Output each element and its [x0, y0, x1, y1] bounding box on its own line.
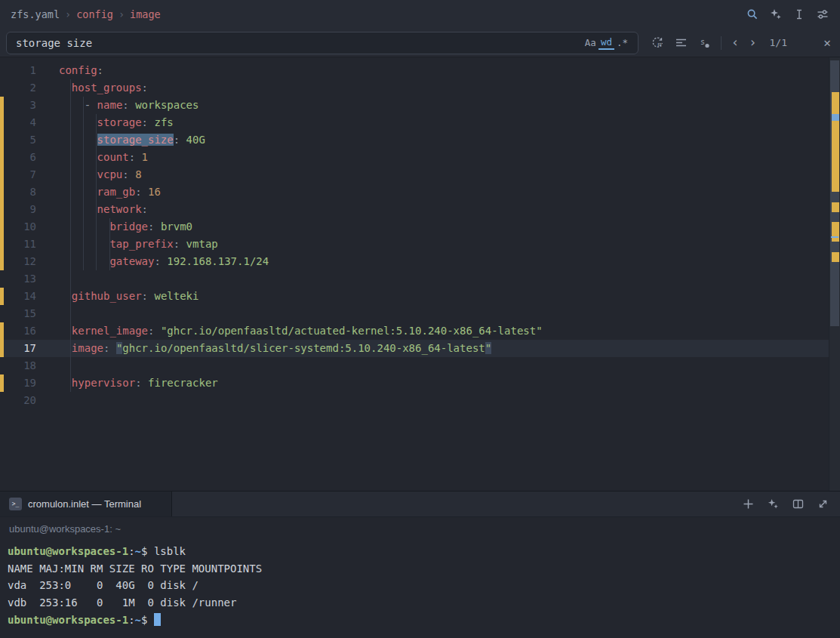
git-modified-marker [0, 322, 4, 340]
indent-guide [83, 97, 84, 114]
git-modified-marker [0, 340, 4, 357]
code-line-6[interactable]: 6 count: 1 [0, 149, 840, 166]
line-number: 20 [0, 392, 36, 409]
code-text: count: 1 [59, 149, 148, 166]
indent-guide [70, 270, 71, 288]
code-line-19[interactable]: 19 hypervisor: firecracker [0, 374, 840, 392]
git-modified-marker [0, 183, 4, 201]
terminal-sparkle-icon[interactable] [766, 498, 780, 511]
next-match-button[interactable]: › [749, 36, 756, 49]
search-icon[interactable] [746, 8, 759, 21]
code-line-13[interactable]: 13 [0, 270, 840, 288]
code-editor[interactable]: 1config:2 host_groups:3 - name: workspac… [0, 57, 840, 491]
line-number: 5 [0, 131, 36, 149]
regex-toggle[interactable]: .* [614, 36, 630, 49]
substitution-icon[interactable]: s [697, 36, 711, 50]
scrollbar-git-marker [832, 92, 839, 192]
line-number: 4 [0, 114, 36, 131]
indent-guide [83, 131, 84, 149]
indent-guide [96, 149, 97, 166]
line-number: 12 [0, 253, 36, 270]
divider [721, 36, 722, 50]
code-line-1[interactable]: 1config: [0, 62, 840, 79]
breadcrumb-symbol-image: image [130, 8, 161, 20]
whole-word-toggle[interactable]: wd [598, 35, 614, 50]
code-line-7[interactable]: 7 vcpu: 8 [0, 166, 840, 183]
code-line-16[interactable]: 16 kernel_image: "ghcr.io/openfaasltd/ac… [0, 322, 840, 340]
git-modified-marker [0, 374, 4, 392]
line-number: 11 [0, 236, 36, 253]
buffer-search-bar: Aa wd .* R s ‹ › 1/1 ✕ [0, 29, 840, 57]
git-modified-marker [0, 288, 4, 305]
toggle-replace-icon[interactable]: R [651, 36, 664, 50]
line-number: 9 [0, 201, 36, 218]
breadcrumb-symbol-config: config [76, 8, 113, 20]
code-line-15[interactable]: 15 [0, 305, 840, 322]
git-modified-marker [0, 166, 4, 183]
terminal-icon: >_ [9, 498, 22, 510]
indent-guide [70, 97, 71, 114]
code-line-2[interactable]: 2 host_groups: [0, 79, 840, 97]
search-input-box[interactable]: Aa wd .* [6, 32, 638, 54]
indent-guide [83, 253, 84, 270]
code-line-20[interactable]: 20 [0, 392, 840, 409]
code-text: hypervisor: firecracker [59, 374, 218, 392]
previous-match-button[interactable]: ‹ [731, 36, 739, 49]
indent-guide [83, 218, 84, 236]
indent-guide [70, 149, 71, 166]
code-text: ram_gb: 16 [59, 183, 161, 201]
code-text: host_groups: [59, 79, 148, 97]
code-line-4[interactable]: 4 storage: zfs [0, 114, 840, 131]
search-input[interactable] [16, 37, 583, 49]
code-text: network: [59, 201, 148, 218]
editor-scrollbar[interactable] [829, 57, 840, 491]
code-text: - name: workspaces [59, 97, 198, 114]
terminal-tab-label: cromulon.inlet — Terminal [28, 498, 141, 510]
svg-text:s: s [700, 38, 705, 46]
ibeam-cursor-icon[interactable] [792, 8, 806, 21]
terminal-output[interactable]: ubuntu@workspaces-1:~$ lsblkNAME MAJ:MIN… [0, 540, 840, 628]
breadcrumb[interactable]: zfs.yaml › config › image [11, 8, 161, 20]
new-terminal-icon[interactable] [741, 498, 755, 511]
code-line-5[interactable]: 5 storage_size: 40G [0, 131, 840, 149]
indent-guide [70, 288, 71, 305]
terminal-window-title: ubuntu@workspaces-1: ~ [0, 517, 840, 540]
code-line-14[interactable]: 14 github_user: welteki [0, 288, 840, 305]
indent-guide [70, 340, 71, 357]
code-text: config: [59, 62, 103, 79]
indent-guide [96, 166, 97, 183]
terminal-tab[interactable]: >_ cromulon.inlet — Terminal [0, 492, 172, 516]
indent-guide [70, 236, 71, 253]
code-line-3[interactable]: 3 - name: workspaces [0, 97, 840, 114]
scrollbar-git-marker [832, 252, 839, 262]
scrollbar-thumb[interactable] [830, 60, 839, 326]
line-number: 18 [0, 357, 36, 374]
code-line-12[interactable]: 12 gateway: 192.168.137.1/24 [0, 253, 840, 270]
scrollbar-cursor-marker [831, 236, 838, 238]
indent-guide [70, 131, 71, 149]
code-line-10[interactable]: 10 bridge: brvm0 [0, 218, 840, 236]
indent-guide [96, 183, 97, 201]
breadcrumb-file: zfs.yaml [11, 8, 60, 20]
split-pane-icon[interactable] [791, 498, 805, 511]
code-line-17[interactable]: 17 image: "ghcr.io/openfaasltd/slicer-sy… [0, 340, 840, 357]
indent-guide [83, 149, 84, 166]
line-number: 7 [0, 166, 36, 183]
code-line-9[interactable]: 9 network: [0, 201, 840, 218]
code-line-11[interactable]: 11 tap_prefix: vmtap [0, 236, 840, 253]
git-modified-marker [0, 114, 4, 131]
svg-text:R: R [657, 42, 662, 48]
case-sensitive-toggle[interactable]: Aa [583, 36, 598, 49]
selection-lines-icon[interactable] [674, 36, 688, 50]
sliders-icon[interactable] [816, 8, 829, 21]
assistant-sparkle-icon[interactable] [769, 8, 783, 21]
code-line-8[interactable]: 8 ram_gb: 16 [0, 183, 840, 201]
line-number: 15 [0, 305, 36, 322]
maximize-panel-icon[interactable] [816, 498, 829, 511]
scrollbar-match-marker [832, 114, 839, 121]
terminal-line: vda 253:0 0 40G 0 disk / [8, 577, 840, 594]
indent-guide [70, 201, 71, 218]
close-search-icon[interactable]: ✕ [823, 35, 831, 50]
terminal-panel: >_ cromulon.inlet — Terminal [0, 491, 840, 628]
code-line-18[interactable]: 18 [0, 357, 840, 374]
